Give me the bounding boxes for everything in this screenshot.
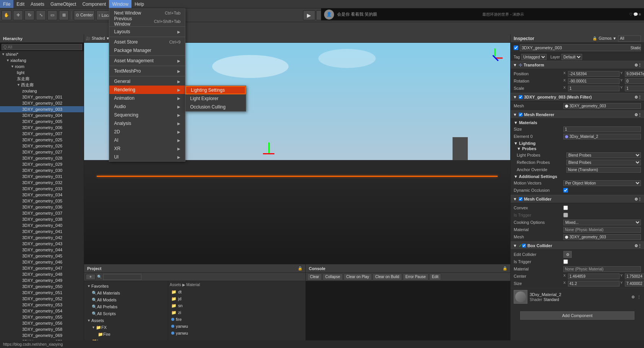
box-collider-more-icon[interactable]: ⋮ — [638, 244, 642, 248]
lighting-subheader[interactable]: ▼ Lighting — [514, 141, 641, 146]
object-enabled-checkbox[interactable] — [514, 45, 518, 50]
menu-rendering[interactable]: Rendering ▶ Lighting Settings Light Expl… — [109, 86, 185, 94]
hier-geo-054[interactable]: 3DXY_geometry_054 — [0, 308, 84, 314]
hier-geo-029[interactable]: 3DXY_geometry_029 — [0, 161, 84, 167]
hier-geo-025[interactable]: 3DXY_geometry_025 — [0, 137, 84, 143]
menu-ui[interactable]: UI ▶ — [109, 153, 185, 161]
object-name-input[interactable] — [520, 44, 641, 51]
add-component-button[interactable]: Add Component — [520, 311, 635, 320]
convex-checkbox[interactable] — [563, 206, 568, 210]
transform-more-icon[interactable]: ⋮ — [638, 63, 642, 67]
hier-geo-041[interactable]: 3DXY_geometry_041 — [0, 228, 84, 235]
light-probes-select[interactable]: Blend Probes — [566, 152, 641, 158]
hier-geo-049[interactable]: 3DXY_geometry_049 — [0, 277, 84, 283]
menu-xr[interactable]: XR ▶ — [109, 144, 185, 153]
hier-geo-048[interactable]: 3DXY_geometry_048 — [0, 271, 84, 277]
asset-jd[interactable]: 📁 jd — [170, 295, 304, 302]
collapse-btn[interactable]: Collapse — [323, 274, 343, 280]
hier-geo-058[interactable]: 3DXY_geometry_058 — [0, 326, 84, 332]
cooking-options-select[interactable]: Mixed... — [563, 220, 641, 225]
hier-geo-004[interactable]: 3DXY_geometry_004 — [0, 112, 84, 118]
tree-favorites[interactable]: ▼ Favorites — [86, 283, 166, 290]
submenu-occlusion-culling[interactable]: Occlusion Culling — [185, 103, 246, 111]
hier-geo-005[interactable]: 3DXY_geometry_005 — [0, 118, 84, 125]
menu-package-manager[interactable]: Package Manager — [109, 46, 185, 55]
menu-assets[interactable]: Assets — [28, 0, 47, 8]
menu-asset-management[interactable]: Asset Management ▶ — [109, 57, 185, 65]
hier-shinei[interactable]: ▼ shinei* — [0, 51, 84, 57]
box-collider-enabled[interactable] — [522, 244, 526, 248]
hier-geo-052[interactable]: 3DXY_geometry_052 — [0, 296, 84, 302]
menu-file[interactable]: File — [0, 0, 13, 8]
hier-geo-055[interactable]: 3DXY_geometry_055 — [0, 314, 84, 320]
hier-geo-037[interactable]: 3DXY_geometry_037 — [0, 210, 84, 216]
like-icon[interactable]: ♡ — [629, 12, 633, 16]
center-y-input[interactable] — [625, 274, 644, 279]
tree-all-materials[interactable]: 🔍 All Materials — [86, 290, 166, 296]
mesh-renderer-settings-icon[interactable]: ⚙ — [634, 113, 638, 117]
scale-tool[interactable]: ⤡ — [36, 10, 46, 20]
menu-prev-window[interactable]: Previous Window Ctrl+Shift+Tab — [109, 17, 185, 26]
hier-geo-030[interactable]: 3DXY_geometry_030 — [0, 167, 84, 173]
menu-gameobject[interactable]: GameObject — [47, 0, 79, 8]
asset-yanwu-2[interactable]: yanwu — [170, 330, 304, 337]
mesh-renderer-more-icon[interactable]: ⋮ — [638, 113, 642, 117]
comment-icon[interactable]: 💬 — [633, 12, 638, 16]
hier-geo-003[interactable]: 3DXY_geometry_003 — [0, 106, 84, 112]
tree-all-models[interactable]: 🔍 All Models — [86, 296, 166, 303]
hier-light[interactable]: light — [0, 70, 84, 76]
tree-fire[interactable]: 📁 Fire — [86, 331, 166, 338]
console-lock-icon[interactable]: 🔒 — [503, 266, 507, 270]
rotation-y-input[interactable] — [625, 78, 644, 84]
size-input[interactable] — [563, 126, 641, 132]
hier-west-corridor[interactable]: ▼ 西走廊 — [0, 82, 84, 88]
hier-geo-026[interactable]: 3DXY_geometry_026 — [0, 143, 84, 149]
transform-settings-icon[interactable]: ⚙ — [634, 63, 638, 67]
menu-asset-store[interactable]: Asset Store Ctrl+9 — [109, 38, 185, 46]
clear-btn[interactable]: Clear — [307, 274, 322, 280]
asset-zi[interactable]: 📁 zi — [170, 309, 304, 316]
hier-geo-042[interactable]: 3DXY_geometry_042 — [0, 235, 84, 241]
hier-geo-027[interactable]: 3DXY_geometry_027 — [0, 149, 84, 155]
mesh-filter-more-icon[interactable]: ⋮ — [638, 95, 642, 99]
tree-fx[interactable]: ▼ 📁 FX — [86, 324, 166, 331]
play-button[interactable]: ▶ — [303, 10, 315, 20]
materials-header[interactable]: ▼ Materials — [514, 120, 641, 125]
menu-component[interactable]: Component — [79, 0, 109, 8]
menu-2d[interactable]: 2D ▶ — [109, 128, 185, 136]
material-settings-icon[interactable]: ⚙ — [631, 295, 635, 299]
box-collider-settings-icon[interactable]: ⚙ — [634, 244, 638, 248]
hier-geo-034[interactable]: 3DXY_geometry_034 — [0, 192, 84, 198]
tree-all-prefabs[interactable]: 🔍 All Prefabs — [86, 303, 166, 310]
project-search-input[interactable] — [103, 274, 141, 280]
tree-assets[interactable]: ▼ Assets — [86, 317, 166, 324]
menu-edit[interactable]: Edit — [13, 0, 28, 8]
tree-all-scripts[interactable]: 🔍 All Scripts — [86, 310, 166, 317]
clear-on-build-btn[interactable]: Clear on Build — [373, 274, 402, 280]
hier-geo-032[interactable]: 3DXY_geometry_032 — [0, 180, 84, 186]
hier-geo-002[interactable]: 3DXY_geometry_002 — [0, 100, 84, 106]
hier-geo-038[interactable]: 3DXY_geometry_038 — [0, 216, 84, 222]
mesh-renderer-enabled[interactable] — [519, 113, 522, 117]
mesh-collider-enabled[interactable] — [519, 197, 522, 201]
additional-settings-header[interactable]: ▼ Additional Settings — [514, 174, 641, 179]
hier-geo-056[interactable]: 3DXY_geometry_056 — [0, 320, 84, 326]
move-tool[interactable]: ✛ — [13, 10, 23, 20]
size-x-input[interactable] — [568, 281, 620, 286]
transform-toggle[interactable]: ▼ — [513, 63, 517, 67]
hier-geo-053[interactable]: 3DXY_geometry_053 — [0, 302, 84, 308]
hier-east-corridor[interactable]: 东走廊 — [0, 76, 84, 82]
mesh-filter-settings-icon[interactable]: ⚙ — [634, 95, 638, 99]
mesh-filter-enabled[interactable] — [519, 95, 522, 99]
add-asset-btn[interactable]: + — [86, 274, 96, 280]
reflection-probes-select[interactable]: Blend Probes — [566, 160, 641, 165]
hier-geo-045[interactable]: 3DXY_geometry_045 — [0, 253, 84, 259]
submenu-light-explorer[interactable]: Light Explorer — [185, 94, 246, 103]
hier-xiaofang[interactable]: ▼ xiaofang — [0, 57, 84, 63]
menu-layouts[interactable]: Layouts ▶ — [109, 28, 185, 36]
menu-textmeshpro[interactable]: TextMeshPro ▶ — [109, 67, 185, 75]
position-y-input[interactable] — [625, 71, 644, 77]
hier-geo-040[interactable]: 3DXY_geometry_040 — [0, 222, 84, 228]
mesh-filter-toggle[interactable]: ▼ — [513, 95, 517, 99]
menu-analysis[interactable]: Analysis ▶ — [109, 119, 185, 128]
